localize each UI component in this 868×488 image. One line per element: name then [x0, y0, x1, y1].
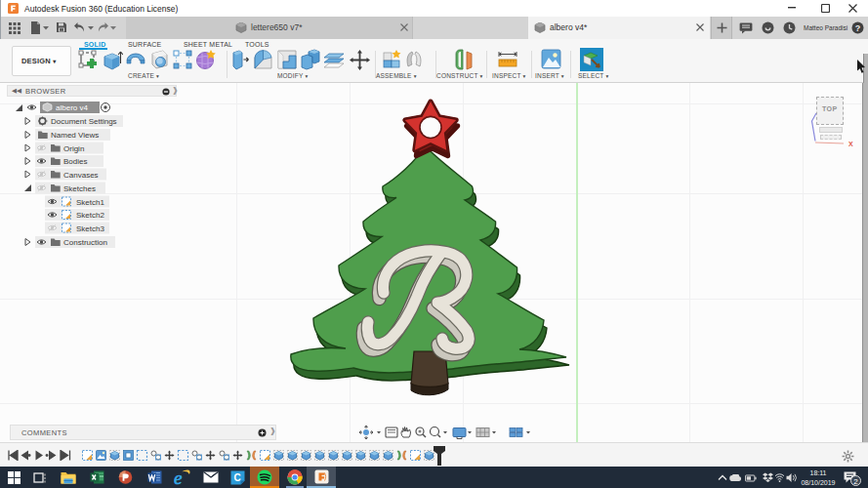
svg-text:Named Views: Named Views — [51, 131, 99, 140]
svg-text:Sketch3: Sketch3 — [76, 224, 104, 233]
svg-text:Sketch2: Sketch2 — [76, 211, 104, 220]
svg-text:Bodies: Bodies — [63, 157, 87, 166]
svg-text:albero v4: albero v4 — [56, 103, 88, 112]
svg-text:Sketches: Sketches — [63, 184, 96, 193]
svg-text:X: X — [848, 141, 853, 147]
svg-text:Origin: Origin — [63, 144, 84, 153]
svg-text:C: C — [233, 472, 240, 483]
svg-text:?: ? — [855, 23, 861, 33]
svg-text:2: 2 — [853, 477, 858, 486]
svg-text:Construction: Construction — [63, 238, 107, 247]
svg-text:Canvases: Canvases — [63, 171, 99, 180]
svg-text:e: e — [174, 468, 182, 486]
svg-text:Sketch1: Sketch1 — [76, 198, 104, 207]
svg-text:Document Settings: Document Settings — [51, 117, 117, 126]
